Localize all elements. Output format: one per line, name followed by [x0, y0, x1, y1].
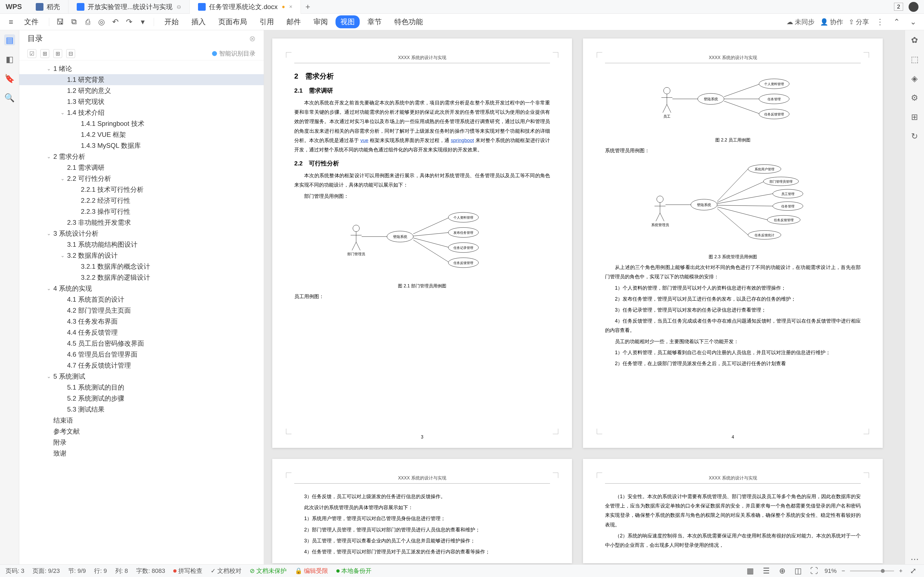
status-backup[interactable]: 本地备份开	[336, 567, 372, 575]
tools-icon[interactable]: ⊞	[909, 111, 920, 122]
outline-item[interactable]: 4.7 任务反馈统计管理	[19, 360, 264, 371]
outline-item[interactable]: 致谢	[19, 448, 264, 459]
outline-item[interactable]: ⌄2 需求分析	[19, 151, 264, 162]
chevron-down-icon[interactable]: ⌄	[60, 110, 67, 116]
expand-icon[interactable]: ⌄	[908, 16, 919, 27]
outline-item[interactable]: ⌄3.2 数据库的设计	[19, 250, 264, 261]
chevron-down-icon[interactable]: ⌄	[47, 66, 53, 72]
menu-start[interactable]: 开始	[160, 15, 184, 28]
outline-item[interactable]: 参考文献	[19, 426, 264, 437]
menu-layout[interactable]: 页面布局	[213, 15, 252, 28]
view-web-icon[interactable]: ⊕	[777, 566, 788, 577]
outline-item[interactable]: 4.6 管理员后台管理界面	[19, 349, 264, 360]
save-icon[interactable]: 🖫	[55, 16, 66, 27]
expand-button[interactable]: ⊞	[40, 49, 49, 58]
outline-item[interactable]: ⌄2.2 可行性分析	[19, 173, 264, 184]
chevron-down-icon[interactable]: ⌄	[47, 285, 53, 292]
view-outline-icon[interactable]: ◫	[793, 566, 804, 577]
chevron-down-icon[interactable]: ⌄	[47, 373, 53, 379]
shape-icon[interactable]: ◈	[909, 73, 920, 84]
tab-doc2[interactable]: 任务管理系统论文.docx●×	[190, 0, 301, 14]
outline-item[interactable]: ⌄1 绪论	[19, 63, 264, 74]
outline-item[interactable]: 1.3 研究现状	[19, 96, 264, 107]
menu-ref[interactable]: 引用	[255, 15, 279, 28]
tab-doc1[interactable]: 开放实验管理...统设计与实现⊖	[68, 0, 190, 14]
check-all-button[interactable]: ☑	[27, 49, 36, 58]
more-icon[interactable]: ⋮	[874, 16, 885, 27]
avatar[interactable]	[909, 2, 919, 12]
outline-item[interactable]: 4.1 系统首页的设计	[19, 294, 264, 305]
outline-item[interactable]: 1.4.1 Springboot 技术	[19, 118, 264, 129]
link-vue[interactable]: vue	[360, 138, 368, 143]
outline-item[interactable]: ⌄1.4 技术介绍	[19, 107, 264, 118]
outline-item[interactable]: 1.2 研究的意义	[19, 85, 264, 96]
outline-item[interactable]: 3.1 系统功能结构图设计	[19, 239, 264, 250]
zoom-value[interactable]: 91%	[824, 567, 837, 575]
outline-item[interactable]: 3.2.1 数据库的概念设计	[19, 261, 264, 272]
outline-tree[interactable]: ⌄1 绪论1.1 研究背景1.2 研究的意义1.3 研究现状⌄1.4 技术介绍1…	[19, 60, 264, 564]
outline-item[interactable]: ⌄4 系统的实现	[19, 283, 264, 294]
dropdown-icon[interactable]: ▾	[137, 16, 148, 27]
style-icon[interactable]: ✿	[909, 34, 920, 45]
settings-icon[interactable]: ⚙	[909, 92, 920, 103]
outline-item[interactable]: 2.1 需求调研	[19, 162, 264, 173]
select-icon[interactable]: ⬚	[909, 53, 920, 64]
tab-close-icon[interactable]: ⊖	[176, 3, 181, 10]
file-menu[interactable]: 文件	[19, 15, 44, 28]
share-button[interactable]: ⇪分享	[849, 18, 869, 26]
menu-feature[interactable]: 特色功能	[389, 15, 428, 28]
outline-icon[interactable]: ▤	[4, 34, 15, 45]
collapse-icon[interactable]: ⌃	[891, 16, 902, 27]
sync-status[interactable]: ☁未同步	[787, 18, 814, 26]
close-icon[interactable]: ⊗	[249, 34, 255, 43]
zoom-out-button[interactable]: −	[842, 567, 845, 575]
zoom-thumb[interactable]	[881, 569, 885, 573]
status-proof[interactable]: ✓文档校对	[211, 567, 241, 575]
tab-close-icon[interactable]: ×	[289, 3, 292, 10]
smart-detect-button[interactable]: 智能识别目录	[212, 50, 255, 58]
history-icon[interactable]: ↻	[909, 131, 920, 142]
outline-item[interactable]: 1.4.2 VUE 框架	[19, 129, 264, 140]
outline-item[interactable]: 5.1 系统测试的目的	[19, 382, 264, 393]
outline-item[interactable]: 4.4 任务反馈管理	[19, 327, 264, 338]
fullscreen-icon[interactable]: ⤢	[908, 566, 919, 577]
notification-badge[interactable]: 2	[894, 3, 903, 11]
collab-button[interactable]: 👤协作	[820, 18, 843, 26]
collapse-all-button[interactable]: ⊟	[66, 49, 75, 58]
redo-icon[interactable]: ↷	[123, 16, 134, 27]
outline-item[interactable]: 结束语	[19, 415, 264, 426]
outline-item[interactable]: 附录	[19, 437, 264, 448]
bookmark-icon[interactable]: 🔖	[4, 73, 15, 84]
link-springboot[interactable]: springboot	[451, 138, 474, 143]
wps-logo[interactable]: WPS	[0, 2, 27, 11]
outline-item[interactable]: 2.3 非功能性开发需求	[19, 217, 264, 228]
more-icon[interactable]: ⋯	[909, 553, 920, 564]
status-words[interactable]: 字数: 8083	[136, 567, 165, 575]
menu-view[interactable]: 视图	[336, 15, 360, 28]
chevron-down-icon[interactable]: ⌄	[47, 230, 53, 237]
menu-review[interactable]: 审阅	[309, 15, 333, 28]
tab-rice[interactable]: 稻壳	[27, 0, 68, 14]
menu-mail[interactable]: 邮件	[282, 15, 306, 28]
undo-icon[interactable]: ↶	[110, 16, 121, 27]
chevron-down-icon[interactable]: ⌄	[60, 176, 67, 182]
zoom-in-button[interactable]: +	[899, 567, 903, 575]
outline-item[interactable]: 4.3 任务发布界面	[19, 316, 264, 327]
outline-item[interactable]: 1.1 研究背景	[19, 74, 264, 85]
view-focus-icon[interactable]: ⛶	[809, 566, 819, 577]
menu-chapter[interactable]: 章节	[362, 15, 387, 28]
outline-item[interactable]: 5.3 测试结果	[19, 404, 264, 415]
outline-item[interactable]: 1.4.3 MySQL 数据库	[19, 140, 264, 151]
view-print-icon[interactable]: ▦	[745, 566, 756, 577]
outline-item[interactable]: 2.2.2 经济可行性	[19, 195, 264, 206]
search-icon[interactable]: 🔍	[4, 92, 15, 103]
status-page-no[interactable]: 页码: 3	[5, 567, 24, 575]
outline-item[interactable]: ⌄5 系统测试	[19, 371, 264, 382]
outline-item[interactable]: 4.5 员工后台密码修改界面	[19, 338, 264, 349]
tab-add-button[interactable]: +	[301, 2, 315, 11]
chevron-down-icon[interactable]: ⌄	[60, 253, 67, 259]
menu-insert[interactable]: 插入	[186, 15, 211, 28]
view-read-icon[interactable]: ☰	[761, 566, 772, 577]
status-page[interactable]: 页面: 9/23	[32, 567, 60, 575]
preview-icon[interactable]: ◎	[96, 16, 107, 27]
